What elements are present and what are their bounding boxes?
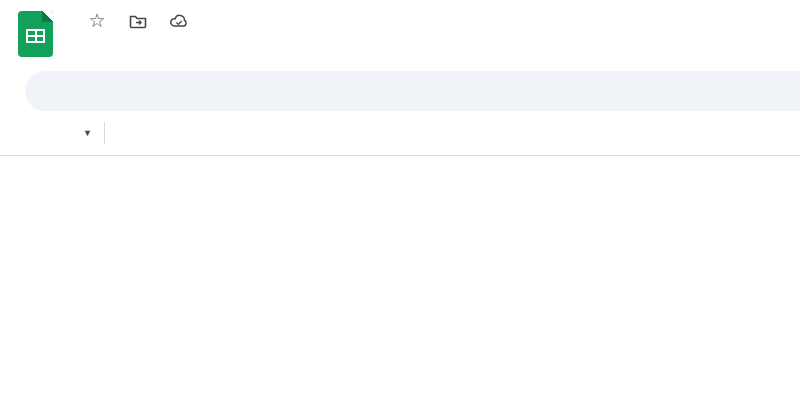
name-box[interactable]: ▼	[0, 119, 92, 147]
column-header-row	[0, 156, 800, 180]
document-action-icons: ☆	[87, 11, 189, 31]
toolbar	[25, 71, 800, 111]
cloud-saved-icon[interactable]	[169, 11, 189, 31]
formula-bar-divider	[104, 122, 105, 144]
logo-grid-glyph	[26, 29, 45, 43]
logo-fold	[42, 11, 53, 22]
top-bar: ☆	[0, 0, 800, 65]
chevron-down-icon: ▼	[83, 128, 92, 138]
star-icon[interactable]: ☆	[87, 11, 107, 31]
formula-bar: ▼	[0, 112, 800, 154]
title-row: ☆	[63, 8, 189, 34]
spreadsheet-grid	[0, 155, 800, 400]
move-folder-icon[interactable]	[128, 11, 148, 31]
sheets-logo-icon[interactable]	[18, 11, 53, 57]
